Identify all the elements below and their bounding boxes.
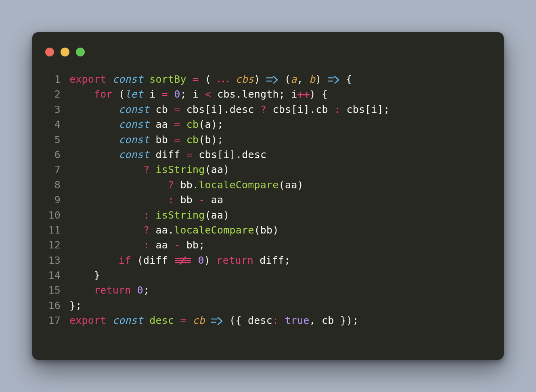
arrow-ligature-icon bbox=[266, 73, 278, 85]
spread-ligature-icon bbox=[217, 73, 229, 85]
code-line: 11 ? aa.localeCompare(bb) bbox=[32, 223, 488, 238]
code-line: 17export const desc = cb ({ desc: true, … bbox=[32, 313, 488, 328]
code-content: ? bb.localeCompare(aa) bbox=[69, 177, 304, 192]
code-content: }; bbox=[69, 298, 82, 313]
code-line: 10 : isString(aa) bbox=[32, 208, 488, 223]
code-content: for (let i = 0; i < cbs.length; i) { bbox=[69, 87, 328, 102]
line-number: 10 bbox=[32, 208, 69, 223]
code-line: 14 } bbox=[32, 268, 488, 283]
code-content: const bb = cb(b); bbox=[69, 132, 223, 147]
code-content: : isString(aa) bbox=[69, 208, 230, 223]
not-equal-ligature-icon bbox=[174, 254, 192, 266]
code-line: 6 const diff = cbs[i].desc bbox=[32, 147, 488, 162]
line-number: 11 bbox=[32, 223, 69, 238]
code-line: 7 ? isString(aa) bbox=[32, 162, 488, 177]
line-number: 1 bbox=[32, 72, 69, 87]
code-line: 13 if (diff 0) return diff; bbox=[32, 253, 488, 268]
code-line: 1export const sortBy = ( cbs) (a, b) { bbox=[32, 72, 488, 87]
line-number: 2 bbox=[32, 87, 69, 102]
line-number: 8 bbox=[32, 177, 69, 192]
svg-point-1 bbox=[222, 81, 224, 82]
line-number: 3 bbox=[32, 102, 69, 117]
code-block: 1export const sortBy = ( cbs) (a, b) {2 … bbox=[32, 72, 504, 348]
code-line: 12 : aa - bb; bbox=[32, 238, 488, 252]
code-window: 1export const sortBy = ( cbs) (a, b) {2 … bbox=[32, 32, 504, 360]
line-number: 12 bbox=[32, 238, 69, 252]
svg-point-2 bbox=[227, 81, 228, 82]
traffic-lights bbox=[45, 48, 85, 56]
code-line: 16}; bbox=[32, 298, 488, 313]
line-number: 5 bbox=[32, 132, 69, 147]
window-close-icon[interactable] bbox=[45, 48, 54, 56]
code-content: : aa - bb; bbox=[69, 238, 205, 252]
arrow-ligature-icon bbox=[328, 73, 340, 85]
line-number: 15 bbox=[32, 283, 69, 298]
code-line: 5 const bb = cb(b); bbox=[32, 132, 488, 147]
line-number: 9 bbox=[32, 192, 69, 207]
line-number: 4 bbox=[32, 117, 69, 132]
code-line: 9 : bb - aa bbox=[32, 192, 488, 207]
line-number: 14 bbox=[32, 268, 69, 283]
code-line: 8 ? bb.localeCompare(aa) bbox=[32, 177, 488, 192]
code-line: 15 return 0; bbox=[32, 283, 488, 298]
code-content: const aa = cb(a); bbox=[69, 117, 223, 132]
code-line: 4 const aa = cb(a); bbox=[32, 117, 488, 132]
code-content: : bb - aa bbox=[69, 192, 223, 207]
svg-point-0 bbox=[218, 81, 220, 82]
code-content: const diff = cbs[i].desc bbox=[69, 147, 266, 162]
code-content: ? aa.localeCompare(bb) bbox=[69, 223, 279, 238]
code-line: 3 const cb = cbs[i].desc ? cbs[i].cb : c… bbox=[32, 102, 488, 117]
code-content: export const desc = cb ({ desc: true, cb… bbox=[69, 313, 359, 328]
code-content: const cb = cbs[i].desc ? cbs[i].cb : cbs… bbox=[69, 102, 389, 117]
line-number: 7 bbox=[32, 162, 69, 177]
code-content: if (diff 0) return diff; bbox=[69, 253, 290, 268]
line-number: 13 bbox=[32, 253, 69, 268]
increment-ligature-icon bbox=[297, 88, 310, 100]
code-content: ? isString(aa) bbox=[69, 162, 230, 177]
code-content: export const sortBy = ( cbs) (a, b) { bbox=[69, 72, 352, 87]
arrow-ligature-icon bbox=[211, 315, 223, 326]
code-line: 2 for (let i = 0; i < cbs.length; i) { bbox=[32, 87, 488, 102]
line-number: 6 bbox=[32, 147, 69, 162]
line-number: 16 bbox=[32, 298, 69, 313]
code-content: } bbox=[69, 268, 100, 283]
line-number: 17 bbox=[32, 313, 69, 328]
window-minimize-icon[interactable] bbox=[61, 48, 69, 56]
window-zoom-icon[interactable] bbox=[76, 48, 85, 56]
code-content: return 0; bbox=[69, 283, 149, 298]
